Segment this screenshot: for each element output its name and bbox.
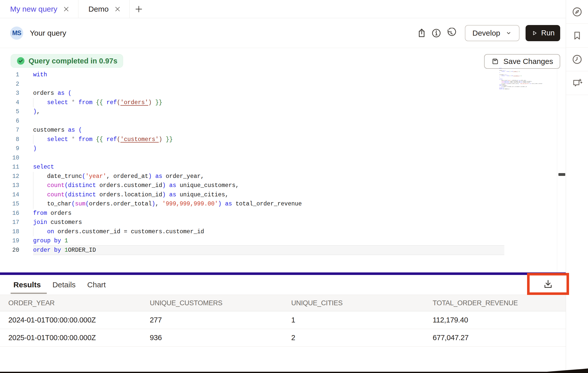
line-number: 10 — [0, 153, 19, 163]
run-label: Run — [541, 29, 555, 37]
code-line-19[interactable]: 19group by 1 — [0, 236, 566, 246]
run-button[interactable]: Run — [526, 25, 560, 41]
table-cell: 2 — [283, 334, 424, 342]
query-status-text: Query completed in 0.97s — [29, 57, 117, 65]
page-title: Your query — [30, 29, 66, 37]
code-line-5[interactable]: 5), — [0, 107, 566, 116]
line-number: 15 — [0, 199, 19, 209]
code-text — [33, 80, 504, 89]
code-text: group by 1 — [33, 236, 504, 246]
line-number: 2 — [0, 80, 19, 89]
play-icon — [531, 30, 538, 36]
code-text: to_char(sum(orders.order_total), '999,99… — [33, 199, 504, 209]
chat-sparkles-icon[interactable] — [566, 71, 588, 95]
code-editor-content[interactable]: 1with23orders as (4 select * from {{ ref… — [0, 70, 566, 255]
check-circle-icon — [16, 57, 25, 65]
code-line-12[interactable]: 12 date_trunc('year', ordered_at) as ord… — [0, 172, 566, 181]
code-line-11[interactable]: 11select — [0, 162, 566, 172]
tab-demo[interactable]: Demo — [78, 0, 130, 18]
close-tab-icon[interactable] — [63, 6, 70, 12]
editor-minimap[interactable]: with orders as ( select * from {{ ref('o… — [499, 68, 543, 94]
save-changes-button[interactable]: Save Changes — [484, 54, 560, 69]
code-line-1[interactable]: 1with — [0, 70, 566, 80]
query-status-badge: Query completed in 0.97s — [11, 54, 123, 68]
column-header[interactable]: TOTAL_ORDER_REVENUE — [424, 299, 566, 307]
line-number: 14 — [0, 190, 19, 200]
column-header[interactable]: UNIQUE_CITIES — [283, 299, 424, 307]
sql-editor: Query completed in 0.97s Save Changes 1w… — [0, 48, 566, 272]
table-cell: 1 — [283, 316, 424, 324]
line-number: 3 — [0, 89, 19, 98]
code-line-14[interactable]: 14 count(distinct orders.location_id) as… — [0, 190, 566, 200]
line-number: 7 — [0, 126, 19, 135]
column-header[interactable]: ORDER_YEAR — [0, 299, 142, 307]
tab-results[interactable]: Results — [13, 281, 41, 289]
develop-dropdown[interactable]: Develop — [465, 25, 519, 41]
code-line-16[interactable]: 16from orders — [0, 209, 566, 218]
bookmark-icon[interactable] — [566, 24, 588, 48]
table-cell: 112,179.40 — [424, 316, 566, 324]
history-icon[interactable] — [444, 26, 458, 40]
status-row: Query completed in 0.97s Save Changes — [0, 48, 566, 69]
line-number: 9 — [0, 144, 19, 153]
info-icon[interactable] — [429, 26, 444, 40]
clock-icon[interactable] — [566, 48, 588, 71]
share-icon[interactable] — [414, 26, 429, 40]
code-line-3[interactable]: 3orders as ( — [0, 89, 566, 98]
code-line-2[interactable]: 2 — [0, 80, 566, 89]
results-panel: Results Details Chart ORDER_YEARUNIQUE_C… — [0, 272, 566, 347]
tab-label: Demo — [88, 5, 109, 13]
code-text: customers as ( — [33, 126, 504, 135]
line-number: 5 — [0, 107, 19, 116]
code-line-4[interactable]: 4 select * from {{ ref('orders') }} — [0, 98, 566, 107]
line-number: 4 — [0, 98, 19, 107]
code-text: order by 1ORDER_ID — [33, 246, 504, 255]
tab-label: My new query — [10, 5, 57, 13]
tab-details[interactable]: Details — [52, 281, 76, 289]
tab-my-new-query[interactable]: My new query — [0, 0, 78, 18]
code-text: with — [33, 70, 504, 80]
column-header[interactable]: UNIQUE_CUSTOMERS — [142, 299, 283, 307]
code-line-17[interactable]: 17join customers — [0, 218, 566, 227]
line-number: 1 — [0, 70, 19, 80]
code-text: count(distinct orders.customer_id) as un… — [33, 181, 504, 190]
panel-resize-divider[interactable] — [0, 272, 566, 275]
line-number: 11 — [0, 162, 19, 172]
table-row[interactable]: 2025-01-01T00:00:00.000Z9362677,047.27 — [0, 329, 566, 347]
app-window: My new query Demo MS Your query — [0, 0, 588, 373]
compass-icon[interactable] — [566, 0, 588, 24]
avatar: MS — [10, 27, 23, 40]
new-tab-button[interactable] — [130, 0, 148, 18]
code-text: ) — [33, 144, 504, 153]
code-text: select * from {{ ref('orders') }} — [33, 98, 504, 107]
tab-chart[interactable]: Chart — [87, 281, 106, 289]
code-text: select — [33, 162, 504, 172]
table-row[interactable]: 2024-01-01T00:00:00.000Z2771112,179.40 — [0, 311, 566, 329]
code-line-8[interactable]: 8 select * from {{ ref('customers') }} — [0, 135, 566, 144]
code-text: orders as ( — [33, 89, 504, 98]
code-text: select * from {{ ref('customers') }} — [33, 135, 504, 144]
active-tab-underline — [11, 293, 47, 294]
right-sidebar — [566, 0, 588, 373]
scrollbar-thumb[interactable] — [558, 173, 565, 176]
code-line-6[interactable]: 6 — [0, 116, 566, 126]
plus-icon — [134, 5, 143, 13]
code-line-10[interactable]: 10 — [0, 153, 566, 163]
save-icon — [491, 57, 499, 65]
table-cell: 2024-01-01T00:00:00.000Z — [0, 316, 142, 324]
code-line-7[interactable]: 7customers as ( — [0, 126, 566, 135]
code-line-15[interactable]: 15 to_char(sum(orders.order_total), '999… — [0, 199, 566, 209]
scrollbar-track[interactable] — [557, 64, 557, 272]
line-number: 19 — [0, 236, 19, 246]
code-text — [33, 153, 504, 163]
main-panel: My new query Demo MS Your query — [0, 0, 566, 373]
table-cell: 2025-01-01T00:00:00.000Z — [0, 334, 142, 342]
download-icon[interactable] — [542, 278, 554, 290]
code-line-9[interactable]: 9) — [0, 144, 566, 153]
code-line-20[interactable]: 20order by 1ORDER_ID — [0, 246, 566, 255]
chevron-down-icon — [505, 30, 512, 36]
close-tab-icon[interactable] — [114, 6, 121, 12]
code-line-18[interactable]: 18 on orders.customer_id = customers.cus… — [0, 227, 566, 237]
table-cell: 936 — [142, 334, 283, 342]
code-line-13[interactable]: 13 count(distinct orders.customer_id) as… — [0, 181, 566, 190]
